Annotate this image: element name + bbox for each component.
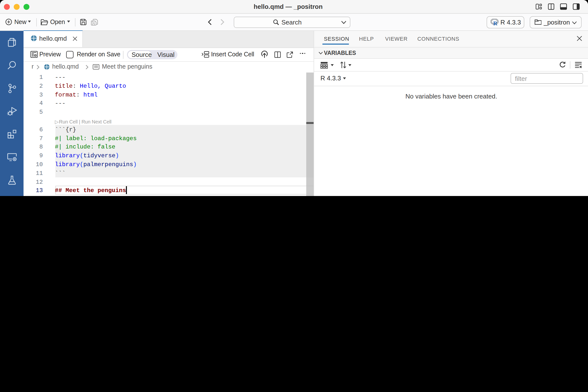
- svg-text:R: R: [493, 20, 497, 26]
